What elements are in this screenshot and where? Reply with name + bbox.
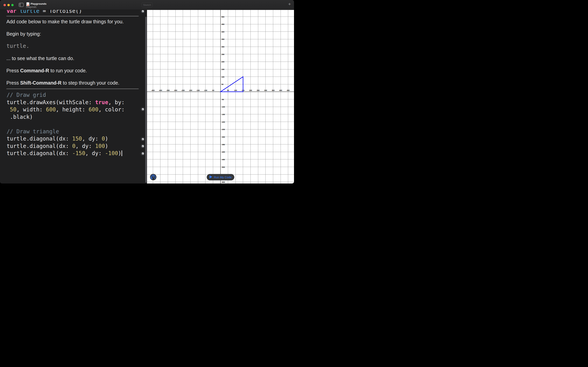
result-cube-button[interactable] — [141, 137, 145, 141]
axis-tick-label: -350 — [221, 143, 225, 146]
speedometer-icon — [150, 178, 157, 181]
axis-tick-label: -50 — [212, 89, 214, 91]
cube-icon — [142, 145, 144, 148]
token: Begin by typing: — [6, 31, 41, 37]
token: 50 — [10, 106, 17, 113]
code-line[interactable]: turtle.diagonal(dx: 0, dy: 100) — [7, 142, 125, 150]
code-line[interactable]: turtle.diagonal(dx: 150, dy: 0) — [7, 135, 125, 142]
token: 0 — [102, 135, 105, 142]
axis-tick-label: 300 — [264, 89, 267, 91]
axis-tick-label: -250 — [221, 128, 225, 130]
axis-tick-label: -150 — [221, 113, 225, 116]
token: turtle. — [6, 43, 29, 49]
axis-tick-label: 450 — [221, 23, 224, 25]
run-my-code-button[interactable]: Run My Code — [207, 174, 234, 180]
token: var — [7, 10, 17, 14]
zoom-button-icon[interactable] — [11, 4, 14, 6]
result-cube-button[interactable] — [141, 10, 145, 13]
axis-tick-label: -50 — [221, 98, 224, 100]
code-line[interactable] — [7, 121, 125, 128]
token: ) — [105, 143, 108, 149]
result-cube-button[interactable] — [141, 107, 145, 111]
result-cube-button[interactable] — [141, 152, 145, 156]
code-line-var-turtle[interactable]: var turtle = Tortoise() — [7, 10, 82, 15]
axis-tick-label: 550 — [221, 10, 224, 10]
token: , width: — [17, 106, 46, 113]
instruction-paragraph: Begin by typing: — [6, 31, 141, 37]
code-line[interactable]: // Draw triangle — [7, 128, 125, 135]
token: 100 — [95, 143, 105, 149]
token: Command-R — [20, 68, 49, 73]
token: , by: — [108, 99, 125, 106]
sidebar-icon — [19, 5, 24, 8]
token: = Tortoise() — [40, 10, 82, 14]
token: turtle.diagonal(dx: — [7, 135, 72, 142]
axis-tick-label: 200 — [221, 61, 224, 63]
code-editor-panel[interactable]: var turtle = Tortoise() Add code below t… — [0, 10, 147, 184]
document-subtitle: Diagonals — [26, 6, 36, 8]
axis-tick-label: 500 — [221, 16, 224, 18]
token: , dy: — [82, 135, 102, 142]
token: , dy: — [85, 150, 105, 157]
token: Add code below to make the turtle draw t… — [6, 19, 124, 24]
cube-icon — [142, 138, 144, 141]
axis-tick-label: 400 — [279, 89, 282, 91]
axis-tick-label: 50 — [221, 83, 223, 85]
text-cursor — [122, 150, 122, 156]
code-line[interactable]: turtle.diagonal(dx: -150, dy: -100) — [7, 150, 125, 157]
instruction-paragraph: Press Command-R to run your code. — [6, 67, 141, 74]
token: turtle — [20, 10, 39, 14]
divider — [6, 16, 139, 16]
axis-tick-label: -150 — [196, 89, 200, 91]
code-line[interactable]: .black) — [7, 113, 125, 121]
token: , height: — [56, 106, 89, 113]
axis-tick-label: -100 — [221, 106, 225, 108]
axis-tick-label: 150 — [221, 68, 224, 70]
code-line[interactable]: turtle.drawAxes(withScale: true, by: — [7, 99, 125, 106]
close-button-icon[interactable] — [3, 4, 6, 6]
token: to run your code. — [49, 68, 87, 73]
axis-tick-label: 400 — [221, 31, 224, 33]
result-cube-button[interactable] — [141, 144, 145, 148]
code-line[interactable]: 50, width: 600, height: 600, color: — [7, 106, 125, 113]
axis-tick-label: -300 — [221, 136, 225, 138]
axis-tick-label: -350 — [166, 89, 170, 91]
axis-tick-label: -450 — [151, 89, 155, 91]
tab-sketch[interactable]: Sketch — [142, 2, 153, 7]
coordinate-grid-plot: -450-400-350-300-250-200-150-100-5050100… — [147, 10, 294, 184]
token: turtle.diagonal(dx: — [7, 143, 72, 149]
editor-scrollbar[interactable] — [145, 17, 147, 183]
axis-tick-label: 200 — [249, 89, 252, 91]
new-tab-button[interactable]: + — [288, 2, 291, 6]
axis-tick-label: 250 — [257, 89, 260, 91]
axis-tick-label: 350 — [272, 89, 275, 91]
token: true — [95, 99, 108, 106]
cube-icon — [142, 10, 144, 13]
divider — [6, 89, 139, 89]
axis-tick-label: 100 — [221, 76, 224, 78]
sketch-canvas-panel: -450-400-350-300-250-200-150-100-5050100… — [147, 10, 294, 184]
token — [7, 106, 10, 113]
axis-tick-label: 50 — [227, 89, 229, 91]
instructions-text: Add code below to make the turtle draw t… — [6, 18, 141, 92]
token: , color: — [98, 106, 125, 113]
minimize-button-icon[interactable] — [7, 4, 10, 6]
axis-tick-label: -200 — [189, 89, 192, 91]
axis-tick-label: -450 — [221, 158, 225, 161]
axis-tick-label: -300 — [174, 89, 177, 91]
instruction-paragraph: Press Shift-Command-R to step through yo… — [6, 80, 141, 86]
traffic-lights — [3, 4, 14, 6]
token: 0 — [72, 143, 76, 149]
speed-control-button[interactable] — [150, 174, 157, 180]
toggle-sidebar-button[interactable] — [19, 3, 24, 7]
instruction-paragraph: turtle. — [6, 43, 141, 49]
play-icon — [210, 175, 212, 179]
axis-tick-label: -500 — [221, 166, 225, 168]
axis-tick-label: -600 — [221, 181, 225, 183]
code-line[interactable]: // Draw grid — [7, 91, 125, 99]
axis-tick-label: -400 — [159, 89, 162, 91]
code-block[interactable]: // Draw gridturtle.drawAxes(withScale: t… — [7, 91, 125, 157]
axis-tick-label: 250 — [221, 53, 224, 55]
instruction-paragraph: Add code below to make the turtle draw t… — [6, 18, 141, 25]
token: 150 — [72, 135, 82, 142]
